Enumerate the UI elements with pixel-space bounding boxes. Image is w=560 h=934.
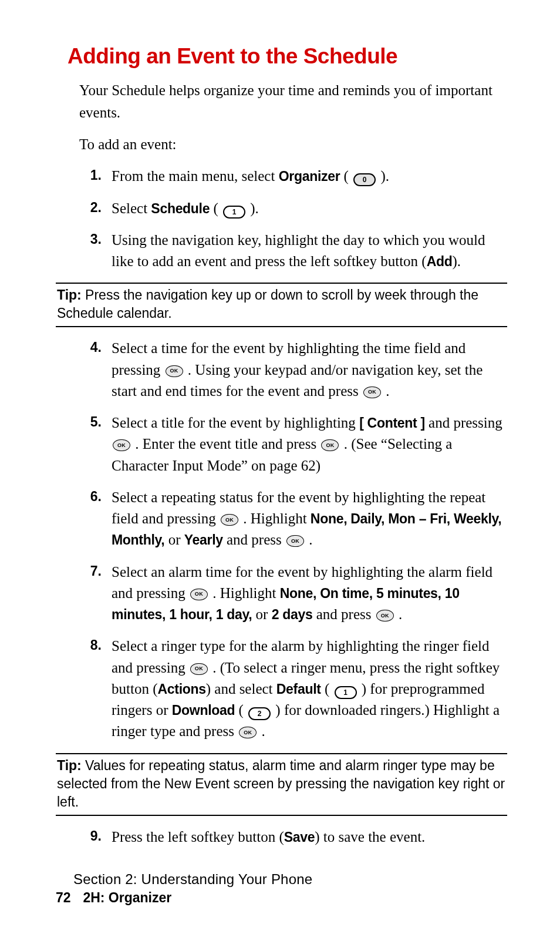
ok-key-icon: OK (321, 439, 339, 451)
bold-save: Save (284, 829, 315, 845)
step-4: 4. Select a time for the event by highli… (79, 338, 507, 402)
step-number: 6. (79, 487, 102, 506)
bold-add: Add (427, 254, 453, 269)
lead-text: To add an event: (79, 134, 507, 155)
step-number: 8. (79, 636, 102, 655)
step-text: ( (321, 681, 333, 697)
step-6: 6. Select a repeating status for the eve… (79, 487, 507, 551)
bold-2days: 2 days (272, 607, 313, 622)
step-5: 5. Select a title for the event by highl… (79, 412, 507, 476)
step-text: ) and select (206, 681, 276, 697)
step-2: 2. Select Schedule ( 1 ). (79, 198, 507, 219)
bold-actions: Actions (157, 681, 205, 697)
step-text: and pressing (425, 415, 502, 431)
step-text: or (252, 606, 271, 622)
step-number: 1. (79, 166, 102, 185)
step-3: 3. Using the navigation key, highlight t… (79, 230, 507, 273)
ok-key-icon: OK (221, 514, 238, 526)
tip-box-1: Tip: Press the navigation key up or down… (56, 283, 507, 327)
step-text: . (382, 383, 390, 399)
step-text: Press the left softkey button ( (112, 829, 284, 845)
step-number: 2. (79, 198, 102, 217)
step-1: 1. From the main menu, select Organizer … (79, 166, 507, 187)
step-text: . Highlight (239, 510, 311, 526)
step-8: 8. Select a ringer type for the alarm by… (79, 636, 507, 742)
steps-list-b: 4. Select a time for the event by highli… (79, 338, 507, 742)
page-title: Adding an Event to the Schedule (68, 44, 507, 69)
step-number: 4. (79, 338, 102, 357)
ok-key-icon: OK (286, 535, 304, 547)
step-text: ( (235, 702, 247, 718)
ok-key-icon: OK (113, 439, 130, 451)
tip-text: Press the navigation key up or down to s… (57, 287, 478, 321)
bold-yearly: Yearly (184, 532, 223, 547)
ok-key-icon: OK (376, 610, 394, 621)
manual-page: Adding an Event to the Schedule Your Sch… (0, 0, 560, 934)
bold-organizer: Organizer (279, 169, 340, 184)
steps-list-c: 9. Press the left softkey button (Save) … (79, 827, 507, 848)
bold-default: Default (276, 681, 321, 697)
tip-text: Values for repeating status, alarm time … (57, 758, 505, 809)
ok-key-icon: OK (166, 365, 183, 377)
ok-key-icon: OK (190, 663, 208, 675)
step-text: Select a title for the event by highligh… (112, 415, 359, 431)
key-1-icon: 1 (223, 206, 245, 219)
tip-label: Tip: (57, 287, 82, 303)
step-text: ( (340, 168, 352, 184)
step-number: 5. (79, 412, 102, 432)
step-text: ). (247, 200, 259, 216)
key-2-icon: 2 (248, 707, 271, 720)
bold-content: [ Content ] (359, 415, 425, 431)
ok-key-icon: OK (190, 589, 208, 600)
page-footer: Section 2: Understanding Your Phone 72 2… (56, 871, 507, 906)
footer-section-title: Section 2: Understanding Your Phone (73, 871, 507, 888)
step-text: From the main menu, select (112, 168, 279, 184)
tip-box-2: Tip: Values for repeating status, alarm … (56, 753, 507, 816)
step-text: ). (377, 168, 389, 184)
chapter-label: 2H: Organizer (83, 890, 171, 905)
step-text: . (395, 606, 403, 622)
step-text: and press (223, 532, 285, 547)
bold-schedule: Schedule (151, 201, 210, 216)
steps-list-a: 1. From the main menu, select Organizer … (79, 166, 507, 272)
intro-text: Your Schedule helps organize your time a… (79, 79, 507, 123)
ok-key-icon: OK (239, 727, 257, 738)
step-text: and press (313, 606, 375, 622)
step-text: ( (210, 200, 222, 216)
step-number: 7. (79, 562, 102, 581)
page-number: 72 (56, 890, 79, 906)
step-text: . Enter the event title and press (131, 436, 320, 452)
step-text: or (164, 532, 184, 547)
step-text: ). (452, 253, 461, 269)
step-7: 7. Select an alarm time for the event by… (79, 562, 507, 626)
step-text: . (258, 723, 265, 739)
ok-key-icon: OK (363, 387, 381, 398)
footer-page-chapter: 72 2H: Organizer (56, 890, 507, 906)
key-1-icon: 1 (335, 686, 357, 699)
step-number: 9. (79, 827, 102, 846)
step-number: 3. (79, 230, 102, 249)
key-0-icon: 0 (353, 173, 376, 186)
step-text: ) to save the event. (315, 829, 425, 845)
step-9: 9. Press the left softkey button (Save) … (79, 827, 507, 848)
bold-download: Download (172, 703, 235, 718)
step-text: . (305, 532, 313, 547)
step-text: Select (112, 200, 151, 216)
step-text: . Highlight (209, 585, 280, 601)
tip-label: Tip: (57, 758, 82, 773)
